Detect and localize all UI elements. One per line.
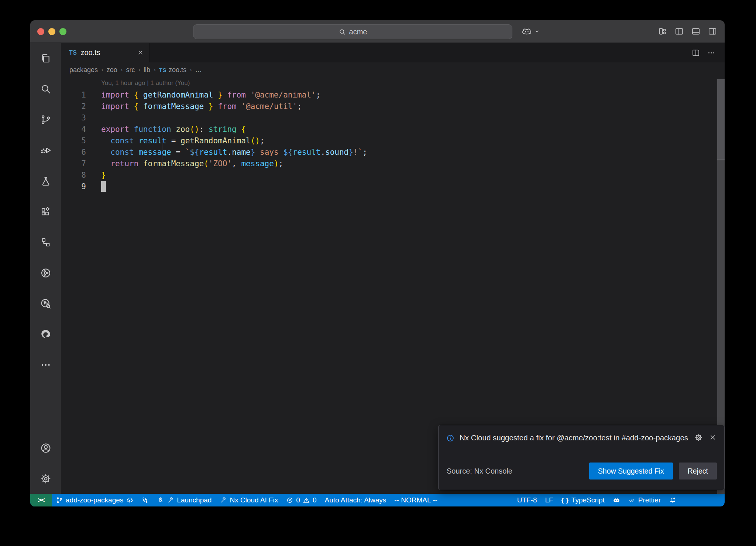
- activity-item-nx-console[interactable]: [30, 257, 61, 288]
- prettier-status[interactable]: Prettier: [624, 494, 665, 506]
- nx-cloud-icon: [40, 298, 52, 310]
- tab-bar: TS zoo.ts: [61, 43, 725, 62]
- code-line[interactable]: 1import { getRandomAnimal } from '@acme/…: [61, 89, 725, 100]
- copilot-icon: [521, 26, 532, 37]
- breadcrumb-item-file[interactable]: TSzoo.ts: [159, 66, 186, 74]
- vim-mode-status[interactable]: -- NORMAL --: [390, 494, 441, 506]
- line-number: 8: [61, 171, 86, 180]
- activity-item-settings[interactable]: [30, 463, 61, 494]
- notification-toast: Nx Cloud suggested a fix for @acme/zoo:t…: [438, 425, 725, 490]
- close-tab-icon[interactable]: [137, 49, 144, 56]
- toggle-secondary-sidebar-button[interactable]: [708, 27, 717, 36]
- command-center-search[interactable]: acme: [193, 24, 512, 39]
- minimize-window-button[interactable]: [48, 28, 55, 35]
- code-line[interactable]: 9: [61, 181, 725, 192]
- double-check-icon: [628, 496, 636, 504]
- breadcrumb-item-packages[interactable]: packages: [69, 66, 98, 74]
- breadcrumb-separator: ›: [121, 66, 123, 74]
- zoom-window-button[interactable]: [59, 28, 66, 35]
- nx-cloud-ai-fix-status[interactable]: Nx Cloud AI Fix: [216, 494, 282, 506]
- explorer-icon: [40, 52, 52, 64]
- search-icon: [40, 83, 52, 95]
- code-line[interactable]: 7 return formatMessage('ZOO', message);: [61, 158, 725, 169]
- workspaces-icon: [40, 236, 52, 248]
- copilot-menu-button[interactable]: [521, 26, 540, 37]
- status-bar: ><add-zoo-packagesLaunchpadNx Cloud AI F…: [30, 494, 725, 506]
- activity-item-testing[interactable]: [30, 165, 61, 196]
- breadcrumb-separator: ›: [138, 66, 140, 74]
- extensions-icon: [40, 206, 52, 218]
- activity-item-extensions[interactable]: [30, 196, 61, 227]
- git-blame-annotation: You, 1 hour ago | 1 author (You): [61, 77, 725, 89]
- activity-item-nx-cloud[interactable]: [30, 288, 61, 319]
- nx-console-icon: [40, 267, 52, 279]
- split-editor-button[interactable]: [691, 48, 700, 57]
- line-number: 2: [61, 102, 86, 111]
- source-control-icon: [40, 114, 52, 126]
- reject-button[interactable]: Reject: [679, 463, 717, 480]
- settings-icon: [40, 473, 52, 485]
- indent-guide: [162, 135, 162, 169]
- tab-zoo-ts[interactable]: TS zoo.ts: [61, 43, 150, 62]
- notifications-bell[interactable]: [665, 494, 680, 506]
- breadcrumb-item-lib[interactable]: lib: [144, 66, 150, 74]
- cloud-upload-icon: [126, 496, 133, 504]
- line-number: 9: [61, 182, 86, 191]
- editor-more-actions-button[interactable]: [707, 48, 716, 57]
- customize-layout-button[interactable]: [658, 27, 667, 36]
- run-debug-icon: [40, 144, 52, 156]
- code-line[interactable]: 6 const message = `${result.name} says $…: [61, 146, 725, 158]
- vscode-window: acme TS zoo.ts: [30, 20, 725, 506]
- remote-indicator[interactable]: ><: [30, 494, 52, 506]
- code-line[interactable]: 5 const result = getRandomAnimal();: [61, 135, 725, 146]
- eol-status[interactable]: LF: [541, 494, 557, 506]
- notification-settings-gear-icon[interactable]: [694, 433, 703, 445]
- editor-cursor: [101, 181, 106, 192]
- close-window-button[interactable]: [37, 28, 44, 35]
- breadcrumb-separator: ›: [101, 66, 103, 74]
- copilot-status[interactable]: [609, 494, 624, 506]
- notification-close-icon[interactable]: [709, 433, 717, 445]
- bell-dot-icon: [669, 496, 676, 504]
- toggle-primary-sidebar-button[interactable]: [674, 27, 684, 36]
- breadcrumb-item-symbols[interactable]: …: [195, 66, 202, 74]
- typescript-file-icon: TS: [159, 67, 166, 73]
- breadcrumb: packages›zoo›src›lib›TSzoo.ts›…: [61, 62, 725, 77]
- copilot-filled-icon: [613, 496, 620, 504]
- scrollbar-thumb[interactable]: [717, 79, 725, 160]
- testing-icon: [40, 175, 52, 187]
- activity-item-explorer[interactable]: [30, 43, 61, 74]
- notification-message: Nx Cloud suggested a fix for @acme/zoo:t…: [460, 430, 690, 445]
- activity-item-source-control[interactable]: [30, 104, 61, 135]
- code-line[interactable]: 3: [61, 112, 725, 123]
- activity-item-edge-tools[interactable]: [30, 319, 61, 349]
- language-status[interactable]: { }TypeScript: [557, 494, 609, 506]
- code-line[interactable]: 2import { formatMessage } from '@acme/ut…: [61, 100, 725, 112]
- toggle-panel-button[interactable]: [691, 27, 701, 36]
- launchpad-status[interactable]: Launchpad: [153, 494, 216, 506]
- breadcrumb-item-src[interactable]: src: [126, 66, 135, 74]
- problems-status[interactable]: 00: [282, 494, 320, 506]
- encoding-status[interactable]: UTF-8: [513, 494, 541, 506]
- activity-item-workspaces[interactable]: [30, 227, 61, 257]
- activity-item-run-debug[interactable]: [30, 135, 61, 165]
- code-line[interactable]: 8}: [61, 169, 725, 181]
- activity-item-more[interactable]: [30, 349, 61, 380]
- git-compare-icon: [141, 496, 149, 504]
- activity-item-search[interactable]: [30, 74, 61, 104]
- breadcrumb-separator: ›: [154, 66, 156, 74]
- activity-item-accounts[interactable]: [30, 433, 61, 463]
- git-graph-status[interactable]: [137, 494, 153, 506]
- auto-attach-status[interactable]: Auto Attach: Always: [320, 494, 390, 506]
- title-bar: acme: [30, 20, 725, 43]
- code-line[interactable]: 4export function zoo(): string {: [61, 123, 725, 135]
- line-number: 1: [61, 91, 86, 99]
- typescript-file-icon: TS: [69, 50, 77, 56]
- git-branch-status[interactable]: add-zoo-packages: [52, 494, 137, 506]
- line-number: 3: [61, 113, 86, 122]
- line-number: 5: [61, 136, 86, 145]
- breadcrumb-item-zoo[interactable]: zoo: [107, 66, 117, 74]
- accounts-icon: [40, 442, 52, 454]
- search-icon: [339, 28, 346, 36]
- show-suggested-fix-button[interactable]: Show Suggested Fix: [589, 463, 673, 480]
